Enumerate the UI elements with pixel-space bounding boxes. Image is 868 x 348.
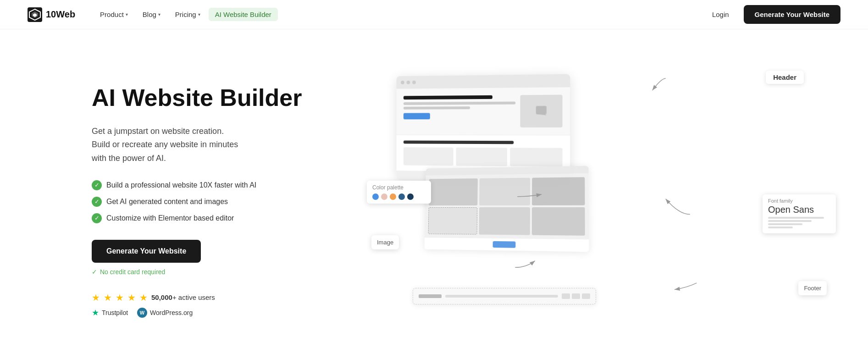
subtitle-line-2: Build or recreate any website in minutes xyxy=(92,140,238,149)
palette-dot-2 xyxy=(381,193,387,200)
mockup-cta-btn xyxy=(404,113,430,119)
mockup-grid-item-2 xyxy=(456,148,508,166)
font-size-line-1 xyxy=(768,217,824,219)
feature-item-3: ✓ Customize with Elementor based editor xyxy=(92,213,330,223)
trustpilot-icon: ★ xyxy=(92,308,99,318)
check-icon-2: ✓ xyxy=(92,197,102,207)
mockup-dot-2 xyxy=(407,81,410,84)
trustpilot-label: Trustpilot xyxy=(102,309,128,316)
mockup-section-title-bar xyxy=(404,140,514,144)
star-3: ★ xyxy=(116,292,124,303)
footer-ctrl-3 xyxy=(582,293,590,299)
mockup-browser-bar xyxy=(397,74,570,89)
wordpress-icon: W xyxy=(137,308,147,318)
mockup-dot-1 xyxy=(401,81,404,84)
illustration-container: Header Color palette Font family Open Sa… xyxy=(367,66,840,323)
footer-strip-controls xyxy=(562,293,590,299)
check-icon-nocc: ✓ xyxy=(92,268,97,276)
feature-text-3: Customize with Elementor based editor xyxy=(106,214,234,222)
hero-subtitle: Get a jumpstart on website creation. Bui… xyxy=(92,125,330,166)
nav-blog-label: Blog xyxy=(143,11,156,18)
nav-pricing-label: Pricing xyxy=(175,11,196,18)
no-credit-card-notice: ✓ No credit card required xyxy=(92,268,330,276)
users-suffix: + active users xyxy=(172,293,215,301)
mockup-hero-image xyxy=(520,95,562,127)
wordpress-label: WordPress.org xyxy=(150,309,193,316)
check-icon-3: ✓ xyxy=(92,213,102,223)
mockup-dot-3 xyxy=(412,81,416,84)
nav-links: Product ▾ Blog ▾ Pricing ▾ AI Website Bu… xyxy=(94,8,705,21)
generate-website-hero-button[interactable]: Generate Your Website xyxy=(92,240,201,263)
feature-item-1: ✓ Build a professional website 10X faste… xyxy=(92,180,330,190)
font-size-line-3 xyxy=(768,223,802,225)
hero-title: AI Website Builder xyxy=(92,84,330,112)
hero-section: AI Website Builder Get a jumpstart on we… xyxy=(0,29,868,348)
color-palette-card: Color palette xyxy=(367,181,431,204)
nav-ai-builder-label: AI Website Builder xyxy=(215,11,271,18)
logo-icon xyxy=(28,7,42,22)
font-size-line-2 xyxy=(768,220,812,222)
mockup-grid xyxy=(404,147,563,166)
header-label-card: Header xyxy=(766,71,804,84)
palette-dot-1 xyxy=(372,193,379,200)
font-size-line-4 xyxy=(768,226,793,228)
chevron-down-icon: ▾ xyxy=(158,12,160,17)
palette-dots xyxy=(372,193,426,200)
website-mockup-main xyxy=(397,74,570,182)
nav-ai-builder[interactable]: AI Website Builder xyxy=(209,8,278,21)
logo-text: 10Web xyxy=(46,9,75,20)
users-count-text: 50,000+ active users xyxy=(151,293,215,301)
no-cc-text: No credit card required xyxy=(100,268,165,276)
footer-ctrl-1 xyxy=(562,293,570,299)
subtitle-line-3: with the power of AI. xyxy=(92,154,166,163)
palette-dot-4 xyxy=(398,193,405,200)
hero-content: AI Website Builder Get a jumpstart on we… xyxy=(92,66,330,318)
mockup-text-block xyxy=(404,95,515,127)
trust-badges-row: ★ Trustpilot W WordPress.org xyxy=(92,308,330,318)
logo[interactable]: 10Web xyxy=(28,7,75,22)
nav-product[interactable]: Product ▾ xyxy=(94,8,134,21)
font-sizes-preview xyxy=(768,217,830,228)
font-family-card: Font family Open Sans xyxy=(763,194,836,233)
font-name: Open Sans xyxy=(768,204,830,215)
svg-point-5 xyxy=(538,108,540,110)
chevron-down-icon: ▾ xyxy=(126,12,128,17)
wordpress-badge[interactable]: W WordPress.org xyxy=(137,308,193,318)
palette-dot-5 xyxy=(407,193,414,200)
star-5: ★ xyxy=(139,292,148,303)
nav-blog[interactable]: Blog ▾ xyxy=(136,8,167,21)
social-proof: ★ ★ ★ ★ ★ 50,000+ active users ★ Trustpi… xyxy=(92,292,330,318)
header-label-text: Header xyxy=(773,73,796,81)
nav-pricing[interactable]: Pricing ▾ xyxy=(169,8,207,21)
star-1: ★ xyxy=(92,292,100,303)
footer-strip-text xyxy=(445,295,558,298)
subtitle-line-1: Get a jumpstart on website creation. xyxy=(92,127,224,136)
login-button[interactable]: Login xyxy=(705,7,736,22)
footer-label-text: Footer xyxy=(804,285,821,292)
mockup-heading-bar xyxy=(404,95,492,99)
generate-website-nav-button[interactable]: Generate Your Website xyxy=(744,5,840,24)
mockup-grid-item-1 xyxy=(404,147,453,166)
palette-title: Color palette xyxy=(372,184,426,191)
image-label-text: Image xyxy=(377,239,393,246)
feature-text-2: Get AI generated content and images xyxy=(106,198,228,206)
image-label-card: Image xyxy=(371,235,399,249)
mockup-hero-area xyxy=(397,87,570,135)
footer-ctrl-2 xyxy=(572,293,580,299)
website-mockup-footer xyxy=(413,288,596,304)
palette-dot-3 xyxy=(390,193,396,200)
feature-item-2: ✓ Get AI generated content and images xyxy=(92,197,330,207)
navbar: 10Web Product ▾ Blog ▾ Pricing ▾ AI Webs… xyxy=(0,0,868,29)
nav-product-label: Product xyxy=(100,11,124,18)
stars-row: ★ ★ ★ ★ ★ 50,000+ active users xyxy=(92,292,330,303)
website-mockup-secondary xyxy=(425,166,589,252)
star-2: ★ xyxy=(104,292,112,303)
nav-right: Login Generate Your Website xyxy=(705,5,840,24)
star-4: ★ xyxy=(127,292,136,303)
chevron-down-icon: ▾ xyxy=(198,12,200,17)
trustpilot-badge[interactable]: ★ Trustpilot xyxy=(92,308,128,318)
check-icon-1: ✓ xyxy=(92,180,102,190)
mockup-grid-item-3 xyxy=(510,148,563,166)
users-count: 50,000 xyxy=(151,293,172,301)
footer-label-card: Footer xyxy=(798,281,827,295)
